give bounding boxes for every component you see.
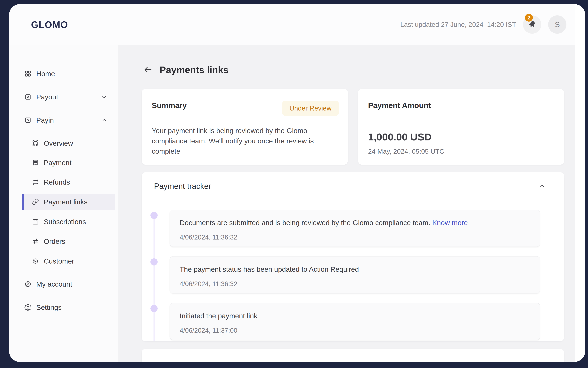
sidebar-item-label: Home — [36, 70, 55, 78]
summary-card: Summary Under Review Your payment link i… — [142, 89, 348, 165]
sidebar-item-payout[interactable]: Payout — [9, 89, 118, 105]
sidebar-item-label: Settings — [36, 304, 62, 312]
notifications-button[interactable]: 2 — [523, 15, 541, 34]
sidebar-item-settings[interactable]: Settings — [9, 300, 118, 315]
payment-amount-timestamp: 24 May, 2024, 05:05 UTC — [368, 148, 555, 155]
sidebar-item-payin[interactable]: Payin — [9, 112, 118, 128]
payment-tracker-card: Payment tracker Documents are submitted … — [142, 172, 564, 341]
user-circle-icon — [25, 281, 31, 288]
calendar-icon — [32, 218, 39, 225]
timeline-event-text: Documents are submitted and is being rev… — [180, 219, 530, 227]
sidebar-item-label: Payin — [36, 116, 54, 124]
gear-icon — [25, 304, 31, 311]
payment-tracker-timeline: Documents are submitted and is being rev… — [142, 200, 564, 341]
timeline-event-box: The payment status has been updated to A… — [169, 256, 540, 294]
timeline-event: The payment status has been updated to A… — [169, 256, 564, 294]
sidebar-item-label: My account — [36, 280, 72, 288]
link-icon — [32, 198, 39, 205]
hash-icon — [32, 238, 39, 245]
sidebar-item-label: Orders — [44, 237, 65, 245]
sidebar-item-label: Customer — [44, 257, 74, 265]
sidebar-item-label: Subscriptions — [44, 218, 86, 226]
sidebar-item-home[interactable]: Home — [9, 66, 118, 82]
timeline-event-timestamp: 4/06/2024, 11:37:00 — [180, 327, 530, 334]
window-content: GLOMO Last updated 27 June, 2024 14:20 I… — [9, 4, 575, 362]
sidebar-item-orders[interactable]: Orders — [9, 234, 118, 249]
nodes-icon — [32, 140, 39, 147]
arrow-up-right-square-icon — [25, 93, 31, 100]
sidebar-item-payment[interactable]: Payment — [9, 155, 118, 170]
summary-cards-row: Summary Under Review Your payment link i… — [142, 89, 564, 165]
payment-amount-card: Payment Amount 1,000.00 USD 24 May, 2024… — [358, 89, 564, 165]
page-title-row: Payments links — [142, 63, 564, 76]
last-updated-text: Last updated 27 June, 2024 14:20 IST — [400, 21, 516, 28]
repeat-icon — [32, 179, 39, 185]
timeline-dot — [151, 212, 158, 219]
payment-amount-title: Payment Amount — [368, 101, 431, 110]
collapse-chevron-up-icon[interactable] — [538, 182, 546, 190]
timeline-event-text: The payment status has been updated to A… — [180, 265, 530, 273]
know-more-link[interactable]: Know more — [432, 219, 468, 227]
summary-card-head: Summary Under Review — [152, 101, 339, 116]
payment-tracker-title: Payment tracker — [154, 182, 211, 191]
sidebar-item-payment-links[interactable]: Payment links — [22, 194, 115, 210]
main-content: Payments links Summary Under Review Your… — [118, 45, 575, 362]
chevron-up-icon — [101, 117, 107, 123]
receipt-icon — [32, 159, 39, 166]
next-card-partial — [142, 349, 564, 362]
sidebar-item-label: Payment links — [44, 198, 88, 206]
device-frame: { "colors": { "navy": "#1D2440", "logo":… — [0, 0, 588, 368]
back-arrow-icon[interactable] — [143, 65, 152, 74]
timeline-event: Initiated the payment link 4/06/2024, 11… — [169, 303, 564, 340]
user-sync-icon — [32, 258, 39, 265]
timeline-event-text: Initiated the payment link — [180, 312, 530, 320]
user-avatar[interactable]: S — [548, 15, 566, 34]
glomo-logo: GLOMO — [31, 19, 68, 30]
sidebar-item-refunds[interactable]: Refunds — [9, 175, 118, 190]
summary-body-text: Your payment link is being reviewed by t… — [152, 126, 339, 156]
payment-amount-head: Payment Amount — [368, 101, 555, 110]
page-title: Payments links — [160, 64, 229, 75]
sidebar-item-overview[interactable]: Overview — [9, 136, 118, 151]
sidebar-item-label: Payment — [44, 159, 71, 167]
notification-count-badge: 2 — [525, 14, 533, 22]
status-badge: Under Review — [282, 101, 339, 116]
timeline-dot — [151, 258, 158, 266]
sidebar-item-my-account[interactable]: My account — [9, 276, 118, 292]
sidebar-item-label: Refunds — [44, 178, 70, 186]
timeline-dot — [151, 305, 158, 312]
arrow-down-right-square-icon — [25, 117, 31, 124]
timeline-event-timestamp: 4/06/2024, 11:36:32 — [180, 234, 530, 241]
topbar-right: Last updated 27 June, 2024 14:20 IST 2 S — [400, 15, 566, 34]
event-text-0: Documents are submitted and is being rev… — [180, 219, 432, 227]
sidebar: Home Payout — [9, 45, 118, 362]
top-bar: GLOMO Last updated 27 June, 2024 14:20 I… — [9, 4, 575, 45]
chevron-down-icon — [101, 94, 107, 100]
timeline-event-timestamp: 4/06/2024, 11:36:32 — [180, 280, 530, 288]
sidebar-item-label: Overview — [44, 139, 73, 147]
sidebar-item-customer[interactable]: Customer — [9, 254, 118, 268]
grid-icon — [25, 70, 31, 77]
app-window: GLOMO Last updated 27 June, 2024 14:20 I… — [9, 4, 585, 362]
timeline-event: Documents are submitted and is being rev… — [169, 210, 564, 247]
payment-tracker-header: Payment tracker — [142, 172, 564, 200]
timeline-event-box: Initiated the payment link 4/06/2024, 11… — [169, 303, 540, 340]
scrollbar-track[interactable] — [575, 4, 585, 362]
sidebar-item-label: Payout — [36, 93, 58, 101]
timeline-line — [153, 215, 154, 341]
payment-amount-value: 1,000.00 USD — [368, 131, 555, 143]
sidebar-item-subscriptions[interactable]: Subscriptions — [9, 214, 118, 229]
timeline-event-box: Documents are submitted and is being rev… — [169, 210, 540, 247]
summary-title: Summary — [152, 101, 187, 110]
body-row: Home Payout — [9, 45, 575, 362]
